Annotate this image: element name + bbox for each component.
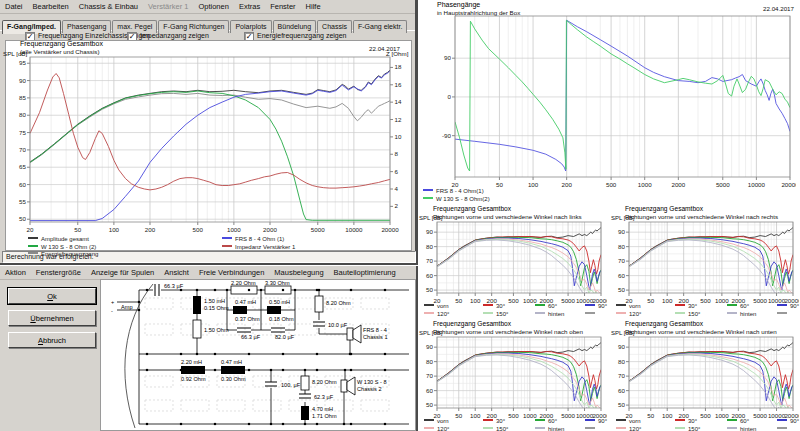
legend-swatch-icon [585,304,595,306]
component-label: 2.20 Ohm [231,280,256,286]
component-label: 66.3 µF [241,334,261,340]
legend-swatch-icon [616,304,626,306]
menu-item-mausbelegung[interactable]: Mausbelegung [269,266,328,279]
svg-text:5000: 5000 [311,226,325,233]
resistor-symbol [265,286,291,294]
dir-unten-title: Frequenzgang Gesamtbox [625,320,703,327]
main-menubar: DateiBearbeitenChassis & EinbauVerstärke… [0,0,415,14]
svg-text:90: 90 [19,77,26,84]
legend-swatch-icon [616,312,626,314]
legend-item: Amplitude gesamt [28,236,98,244]
component-label: 0.50 mH [269,299,290,305]
legend-swatch-icon [727,304,737,306]
component-label: FRS 8 - 4 [363,327,387,333]
legend-swatch-icon [535,304,545,306]
component-label: 0.18 Ohm [269,316,294,322]
svg-text:70: 70 [618,372,625,379]
svg-text:500: 500 [606,181,617,188]
menu-item-ansicht[interactable]: Ansicht [159,266,194,279]
svg-text:65: 65 [19,163,26,170]
legend-swatch-icon [424,304,434,306]
dir-links-chart: 2050100200500100020005000100002000050607… [411,219,607,305]
wires [117,284,409,428]
svg-text:20000: 20000 [381,226,399,233]
component-label: 0.47 mH [235,299,256,305]
menu-item-optionen[interactable]: Optionen [193,0,233,13]
legend-item: 120° [616,426,673,431]
legend-item: vorn [616,418,673,426]
legend-swatch-icon [424,427,434,429]
legend-item: 120° [424,311,481,319]
abbruch-button[interactable]: Abbruch [8,332,96,348]
legend-item [777,311,800,319]
amp-minus-label: - [111,308,113,314]
svg-text:55: 55 [19,198,26,205]
legend-item: vorn [424,303,481,311]
menu-item-verstaerker[interactable]: Verstärker 1 [143,0,193,13]
menu-item-bearbeiten[interactable]: Bearbeiten [28,0,74,13]
svg-text:70: 70 [19,146,26,153]
svg-text:60: 60 [618,272,625,279]
svg-text:0: 0 [448,93,452,100]
legend-swatch-icon [777,419,787,421]
component-label: 8.20 Ohm [326,300,351,306]
legend-item [777,426,800,431]
legend-swatch-icon [483,427,493,429]
svg-text:90: 90 [426,228,433,235]
menu-item-extras[interactable]: Extras [234,0,265,13]
amp-label: Amp [121,304,133,310]
legend-item: W 130 S - 8 Ohm (2) [28,244,98,252]
legend-item: 60° [727,418,775,426]
legend-swatch-icon [28,252,38,254]
svg-text:50: 50 [618,401,625,408]
circuit-canvas[interactable]: + - Amp 66.3 µF 1.50 mH 0.15 Ohm 1.50 Oh… [100,279,416,431]
component-labels: + - Amp 66.3 µF 1.50 mH 0.15 Ohm 1.50 Oh… [111,280,388,419]
legend-item: 150° [675,311,725,319]
legend-item: 60° [535,303,583,311]
menu-item-fenster[interactable]: Fenster [265,0,300,13]
menu-item-bauteiloptimierung[interactable]: Bauteiloptimierung [329,266,401,279]
menu-item-anzeige-spulen[interactable]: Anzeige für Spulen [86,266,159,279]
svg-text:50: 50 [426,401,433,408]
legend-item: hinten [535,426,583,431]
svg-text:1000: 1000 [638,181,652,188]
component-label: 0.37 Ohm [235,316,260,322]
menu-item-freie-verbindungen[interactable]: Freie Verbindungen [194,266,269,279]
desktop: DateiBearbeitenChassis & EinbauVerstärke… [0,0,800,431]
svg-text:100: 100 [109,226,120,233]
legend-swatch-icon [675,427,685,429]
legend-item: W 130 S - 8 Ohm(2) [423,196,490,204]
legend-item: 150° [675,426,725,431]
menu-item-fenstergroesse[interactable]: Fenstergröße [31,266,86,279]
inductor-symbol [193,296,201,314]
menu-item-datei[interactable]: Datei [0,0,28,13]
speaker-icon [347,325,361,343]
amp-plus-label: + [111,299,114,305]
menu-item-hilfe[interactable]: Hilfe [301,0,326,13]
legend-item: hinten [727,311,775,319]
legend-swatch-icon [535,427,545,429]
menu-item-chassis-einbau[interactable]: Chassis & Einbau [74,0,143,13]
legend-item: 30° [483,418,533,426]
svg-text:70: 70 [618,257,625,264]
legend-swatch-icon [28,237,38,239]
ok-button[interactable]: Ok [8,288,96,304]
svg-text:70: 70 [426,372,433,379]
crossover-menubar: AktionFenstergrößeAnzeige für SpulenAnsi… [0,266,416,280]
legend-item: hinten [727,426,775,431]
legend-swatch-icon [585,419,595,421]
svg-text:80: 80 [426,243,433,250]
component-label: 8.20 Ohm [312,379,337,385]
component-label: 4.70 mH [312,406,333,412]
svg-text:16: 16 [395,81,402,88]
svg-text:500: 500 [193,226,204,233]
circuit-schematic: + - Amp 66.3 µF 1.50 mH 0.15 Ohm 1.50 Oh… [101,280,415,430]
uebernehmen-button[interactable]: Übernehmen [8,310,96,326]
svg-text:50: 50 [618,286,625,293]
legend-item: 90° [777,418,800,426]
svg-text:90: 90 [618,343,625,350]
legend-item: vorn [424,418,481,426]
svg-text:60: 60 [426,387,433,394]
menu-item-aktion[interactable]: Aktion [0,266,31,279]
svg-text:85: 85 [19,94,26,101]
